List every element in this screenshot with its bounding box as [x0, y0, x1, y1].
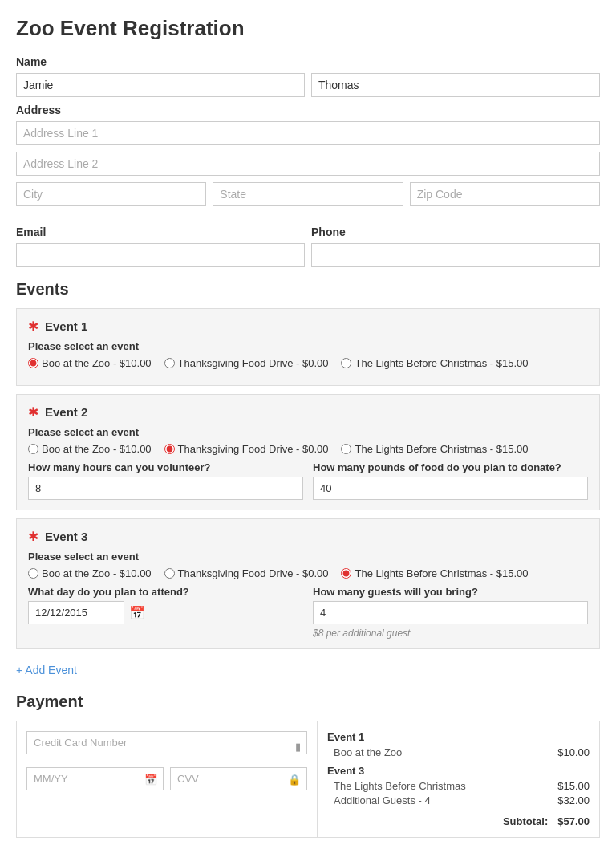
volunteer-label: How many hours can you volunteer? [28, 461, 303, 473]
mmyy-input[interactable] [26, 767, 164, 790]
email-input[interactable] [16, 243, 305, 267]
summary-event3-item: The Lights Before Christmas [327, 780, 466, 792]
address-line1-input[interactable] [16, 121, 600, 145]
event-3-option-food[interactable]: Thanksgiving Food Drive - $0.00 [164, 567, 329, 579]
lock-icon: 🔒 [288, 773, 301, 785]
event-1-option-food[interactable]: Thanksgiving Food Drive - $0.00 [164, 357, 329, 369]
event-2-select-label: Please select an event [28, 426, 588, 438]
donate-input[interactable] [313, 477, 588, 500]
donate-label: How many pounds of food do you plan to d… [313, 461, 588, 473]
summary-event1-price: $10.00 [557, 746, 590, 758]
address-line2-input[interactable] [16, 152, 600, 176]
event-3-block: ✱ Event 3 Please select an event Boo at … [16, 518, 600, 649]
last-name-input[interactable] [311, 73, 600, 97]
calendar-icon: 📅 [129, 605, 145, 620]
phone-input[interactable] [311, 243, 600, 267]
email-label: Email [16, 225, 305, 238]
summary-event3-price: $15.00 [557, 780, 590, 792]
state-input[interactable] [213, 182, 403, 206]
name-label: Name [16, 55, 600, 68]
subtotal-label: Subtotal: [503, 815, 548, 827]
attend-date-input[interactable] [28, 601, 124, 624]
guest-note: $8 per additional guest [313, 628, 588, 639]
event-2-title: Event 2 [45, 405, 87, 419]
event-3-option-lights[interactable]: The Lights Before Christmas - $15.00 [341, 567, 528, 579]
event-3-option-boo[interactable]: Boo at the Zoo - $10.00 [28, 567, 152, 579]
calendar-small-icon: 📅 [144, 773, 157, 785]
event-2-block: ✱ Event 2 Please select an event Boo at … [16, 394, 600, 510]
summary-guests-price: $32.00 [557, 794, 590, 806]
page-title: Zoo Event Registration [16, 16, 600, 41]
event-1-options: Boo at the Zoo - $10.00 Thanksgiving Foo… [28, 357, 588, 369]
event-3-select-label: Please select an event [28, 550, 588, 563]
event-1-option-boo[interactable]: Boo at the Zoo - $10.00 [28, 357, 152, 369]
summary-event1-item: Boo at the Zoo [327, 746, 402, 758]
event-2-options: Boo at the Zoo - $10.00 Thanksgiving Foo… [28, 443, 588, 455]
summary-event3-title: Event 3 [327, 765, 590, 777]
event-1-title: Event 1 [45, 319, 87, 333]
event-2-remove-icon[interactable]: ✱ [28, 404, 38, 420]
event-2-option-lights[interactable]: The Lights Before Christmas - $15.00 [341, 443, 528, 455]
payment-left: ▮ 📅 🔒 [17, 721, 318, 837]
event-3-options: Boo at the Zoo - $10.00 Thanksgiving Foo… [28, 567, 588, 579]
add-event-button[interactable]: + Add Event [16, 664, 77, 676]
guests-label: How many guests will you bring? [313, 586, 588, 598]
first-name-input[interactable] [16, 73, 305, 97]
event-3-remove-icon[interactable]: ✱ [28, 529, 38, 544]
attend-label: What day do you plan to attend? [28, 586, 303, 598]
cc-number-input[interactable] [26, 731, 307, 754]
guests-input[interactable] [313, 601, 588, 624]
phone-label: Phone [311, 225, 600, 238]
event-1-block: ✱ Event 1 Please select an event Boo at … [16, 308, 600, 386]
summary-guests-label: Additional Guests - 4 [327, 794, 431, 806]
event-2-option-food[interactable]: Thanksgiving Food Drive - $0.00 [164, 443, 329, 455]
events-title: Events [16, 280, 600, 299]
city-input[interactable] [16, 182, 206, 206]
payment-title: Payment [16, 693, 600, 711]
summary-event1-title: Event 1 [327, 731, 590, 743]
event-3-title: Event 3 [45, 530, 87, 543]
event-1-select-label: Please select an event [28, 340, 588, 352]
zip-input[interactable] [410, 182, 600, 206]
cvv-input[interactable] [170, 767, 307, 790]
volunteer-input[interactable] [28, 477, 303, 500]
address-label: Address [16, 104, 600, 116]
event-1-option-lights[interactable]: The Lights Before Christmas - $15.00 [341, 357, 528, 369]
cc-card-icon: ▮ [295, 740, 301, 752]
payment-summary: Event 1 Boo at the Zoo $10.00 Event 3 Th… [318, 721, 599, 837]
event-2-option-boo[interactable]: Boo at the Zoo - $10.00 [28, 443, 152, 455]
event-1-remove-icon[interactable]: ✱ [28, 319, 38, 334]
subtotal-value: $57.00 [557, 815, 590, 827]
